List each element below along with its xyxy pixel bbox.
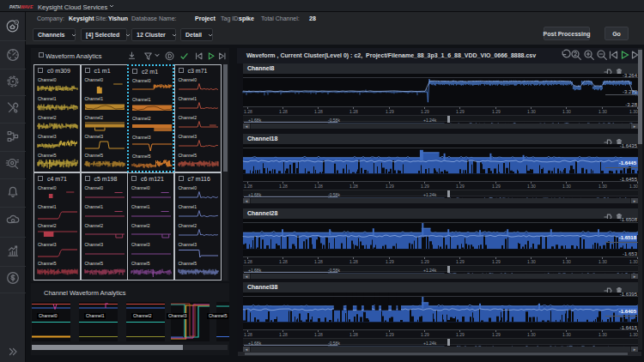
chevron-down-icon[interactable]: [109, 3, 114, 9]
waveform-vertical-scrollbar[interactable]: [638, 48, 642, 350]
trash-icon[interactable]: [615, 283, 623, 292]
cluster-checkbox[interactable]: [132, 69, 137, 74]
mini-waveform[interactable]: Channel5: [179, 153, 218, 169]
cluster-checkbox[interactable]: [179, 176, 184, 181]
sidebar-chart-growth-icon[interactable]: [5, 244, 21, 259]
undo-icon[interactable]: [559, 49, 571, 61]
mini-waveform[interactable]: Channel2: [179, 223, 218, 239]
row-scrollbar[interactable]: ◂▸: [243, 124, 638, 129]
waveform-analytics-checkbox[interactable]: [39, 52, 44, 57]
row-scrollbar[interactable]: ◂▸: [243, 198, 638, 203]
sidebar-collapse-icon[interactable]: [5, 344, 21, 359]
mini-waveform[interactable]: Channel1: [179, 204, 218, 220]
mini-waveform[interactable]: Channel0: [132, 78, 172, 94]
skip-back-icon[interactable]: [607, 49, 619, 61]
row-scrollbar-thumb[interactable]: [251, 274, 630, 279]
overview-handle[interactable]: [447, 116, 450, 123]
cluster-vertical-scrollbar[interactable]: [223, 64, 228, 281]
pin-icon[interactable]: [604, 64, 612, 73]
mini-waveform[interactable]: Channel3: [38, 242, 77, 258]
row-scrollbar-thumb[interactable]: [251, 124, 630, 129]
filter-icon[interactable]: [143, 51, 153, 60]
row-scrollbar-thumb[interactable]: [251, 198, 630, 203]
mini-waveform[interactable]: Channel5: [131, 261, 171, 277]
scroll-left-button[interactable]: ◂: [243, 347, 250, 352]
mini-waveform[interactable]: Channel3: [179, 134, 218, 150]
scroll-right-button[interactable]: ▸: [631, 274, 638, 279]
detail-circle-icon[interactable]: [165, 51, 174, 60]
cluster-cell-c4[interactable]: c4 m71Channel0Channel1Channel2Channel3Ch…: [33, 172, 81, 281]
cluster-cell-c5[interactable]: c5 m198Channel0Channel1Channel2Channel3C…: [81, 172, 128, 281]
waveform-horizontal-scrollbar[interactable]: [238, 352, 641, 356]
trash-icon[interactable]: [615, 64, 623, 73]
mini-waveform[interactable]: Channel2: [85, 223, 125, 239]
mini-waveform[interactable]: Channel5: [179, 261, 218, 277]
mini-waveform[interactable]: Channel2: [38, 115, 77, 131]
play-icon[interactable]: [206, 51, 216, 60]
sidebar-bell-icon[interactable]: [5, 184, 21, 200]
overview-handle[interactable]: [447, 266, 450, 273]
overview-strip[interactable]: +1.68k-0.58k+1.24k: [243, 190, 638, 196]
channel-thumbnail[interactable]: Channel0: [32, 302, 70, 341]
mini-waveform[interactable]: Channel3: [132, 135, 172, 151]
mini-waveform[interactable]: Channel5: [85, 153, 125, 169]
cluster-checkbox[interactable]: [131, 176, 137, 181]
sidebar-cloud-sync-icon[interactable]: [5, 212, 21, 227]
mini-waveform[interactable]: Channel5: [38, 261, 77, 277]
download-icon[interactable]: [127, 51, 137, 60]
scroll-left-button[interactable]: ◂: [243, 274, 250, 279]
overview-strip[interactable]: +1.68k-0.58k+1.24k: [243, 338, 638, 345]
dropdown--4-selected[interactable]: [4] Selected: [81, 28, 127, 41]
waveform-row-header[interactable]: Channel8: [243, 63, 638, 74]
channel-horizontal-scrollbar[interactable]: [32, 345, 228, 350]
mini-waveform[interactable]: Channel2: [38, 223, 77, 239]
pin-icon[interactable]: [604, 209, 612, 218]
cluster-cell-c0[interactable]: c0 m309Channel0Channel1Channel2Channel3C…: [33, 64, 81, 172]
mini-waveform[interactable]: Channel3: [85, 242, 125, 258]
app-title[interactable]: Keysight Cloud Services: [38, 3, 107, 11]
scroll-left-button[interactable]: ◂: [243, 198, 250, 203]
scroll-right-button[interactable]: ▸: [631, 198, 638, 203]
cluster-checkbox[interactable]: [38, 176, 43, 181]
pin-icon[interactable]: [604, 135, 612, 143]
go-button[interactable]: Go: [605, 27, 629, 40]
dropdown-12-cluster[interactable]: 12 Cluster: [131, 28, 176, 41]
dropdown-detail[interactable]: Detail: [180, 28, 213, 41]
overview-handle[interactable]: [447, 190, 450, 197]
cluster-checkbox[interactable]: [85, 176, 90, 181]
mini-waveform[interactable]: Channel0: [179, 185, 218, 202]
sidebar-dollar-icon[interactable]: [5, 270, 21, 286]
mini-waveform[interactable]: Channel3: [38, 134, 77, 150]
row-scrollbar[interactable]: ◂▸: [243, 274, 638, 279]
trash-icon[interactable]: [615, 135, 623, 143]
sidebar-workflow-icon[interactable]: [5, 129, 21, 144]
apply-check-icon[interactable]: [179, 51, 189, 60]
sidebar-gear-icon[interactable]: [5, 74, 21, 89]
waveform-plot[interactable]: [243, 144, 638, 182]
sidebar-dashboard-icon[interactable]: [5, 18, 21, 33]
cluster-checkbox[interactable]: [85, 68, 90, 73]
dropdown-channels[interactable]: Channels: [33, 28, 76, 41]
cluster-checkbox[interactable]: [179, 68, 184, 73]
cluster-scrollbar-thumb[interactable]: [223, 64, 228, 172]
mini-waveform[interactable]: Channel3: [179, 242, 218, 258]
row-scrollbar-thumb[interactable]: [251, 347, 630, 352]
sidebar-inspect-icon[interactable]: [5, 156, 21, 172]
mini-waveform[interactable]: Channel2: [132, 116, 172, 132]
overview-strip[interactable]: +1.68k-0.58k+1.24k: [243, 115, 638, 122]
skip-forward-icon[interactable]: [217, 51, 227, 60]
mini-waveform[interactable]: Channel0: [179, 77, 218, 94]
trash-icon[interactable]: [615, 209, 623, 218]
overview-strip[interactable]: +1.68k-0.58k+1.24k: [243, 265, 638, 272]
mini-waveform[interactable]: Channel5: [38, 153, 77, 169]
waveform-vscrollbar-thumb[interactable]: [638, 50, 642, 144]
zoom-in-icon[interactable]: [583, 49, 595, 61]
waveform-plot[interactable]: [243, 293, 638, 330]
cluster-checkbox[interactable]: [38, 68, 43, 73]
zoom-previous-icon[interactable]: [570, 49, 582, 61]
channel-thumbnail[interactable]: Channel3: [171, 302, 210, 341]
cluster-cell-c1[interactable]: c1 m1Channel0Channel1Channel2Channel3Cha…: [81, 64, 128, 172]
post-processing-button[interactable]: Post Processing: [544, 27, 590, 40]
channel-scrollbar-thumb[interactable]: [32, 345, 183, 350]
sidebar-tools-icon[interactable]: [5, 100, 21, 116]
